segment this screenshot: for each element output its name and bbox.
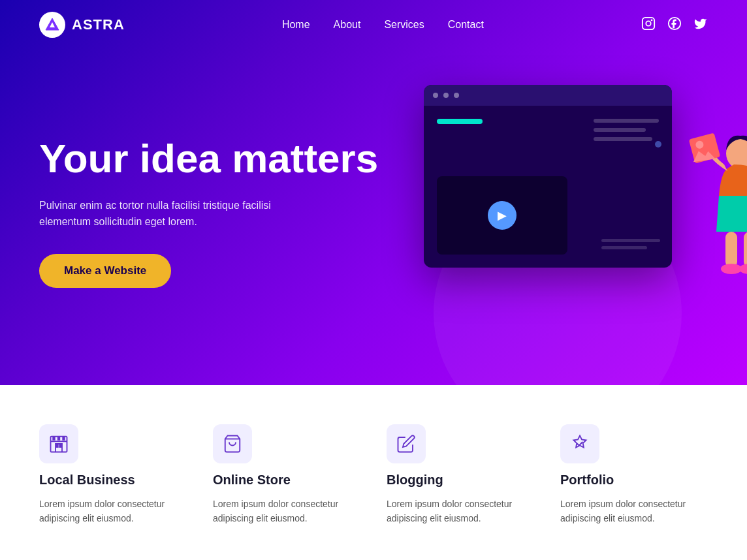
hero-description: Pulvinar enim ac tortor nulla facilisi t…: [39, 197, 300, 230]
hero-title: Your idea matters: [39, 136, 378, 181]
local-business-desc: Lorem ipsum dolor consectetur adipiscing…: [39, 497, 187, 526]
browser-dot-3: [454, 93, 459, 98]
social-icons: [641, 16, 708, 34]
blogging-icon-wrapper: [387, 424, 426, 463]
nav-contact[interactable]: Contact: [448, 19, 484, 31]
svg-point-10: [739, 264, 747, 274]
portfolio-title: Portfolio: [560, 473, 708, 488]
logo[interactable]: ASTRA: [39, 12, 125, 38]
nav-about[interactable]: About: [334, 19, 361, 31]
edit-icon: [396, 434, 416, 454]
local-business-title: Local Business: [39, 473, 187, 488]
building-icon: [49, 434, 69, 454]
svg-point-9: [721, 264, 742, 274]
nav-home[interactable]: Home: [282, 19, 310, 31]
logo-icon: [39, 12, 65, 38]
site-header: ASTRA Home About Services Contact: [0, 0, 747, 50]
service-card-online-store: Online Store Lorem ipsum dolor consectet…: [213, 424, 360, 526]
twitter-icon[interactable]: [693, 16, 708, 34]
local-business-icon-wrapper: [39, 424, 78, 463]
play-button: ▶: [488, 201, 517, 230]
browser-dot-2: [443, 93, 449, 98]
illustration-characters: </>: [633, 91, 747, 352]
online-store-desc: Lorem ipsum dolor consectetur adipiscing…: [213, 497, 360, 526]
svg-rect-21: [63, 437, 65, 440]
svg-rect-19: [53, 437, 55, 440]
service-card-portfolio: Portfolio Lorem ipsum dolor consectetur …: [560, 424, 708, 526]
svg-rect-17: [56, 444, 58, 447]
portfolio-desc: Lorem ipsum dolor consectetur adipiscing…: [560, 497, 708, 526]
service-card-blogging: Blogging Lorem ipsum dolor consectetur a…: [387, 424, 534, 526]
browser-video-area: ▶: [437, 176, 567, 255]
online-store-title: Online Store: [213, 473, 360, 488]
main-nav: Home About Services Contact: [282, 19, 484, 31]
svg-rect-20: [58, 437, 60, 440]
blogging-title: Blogging: [387, 473, 534, 488]
hero-section: ASTRA Home About Services Contact: [0, 0, 747, 385]
browser-accent: [437, 119, 483, 124]
services-section: Local Business Lorem ipsum dolor consect…: [0, 385, 747, 559]
nav-services[interactable]: Services: [384, 19, 424, 31]
svg-rect-7: [725, 232, 737, 268]
browser-dot-1: [433, 93, 438, 98]
instagram-icon[interactable]: [641, 16, 656, 34]
brand-name: ASTRA: [72, 16, 125, 33]
check-badge-icon: [570, 434, 590, 454]
svg-point-2: [651, 19, 653, 21]
hero-content: Your idea matters Pulvinar enim ac torto…: [39, 97, 378, 287]
portfolio-icon-wrapper: [560, 424, 599, 463]
blogging-desc: Lorem ipsum dolor consectetur adipiscing…: [387, 497, 534, 526]
svg-point-1: [646, 21, 650, 25]
bag-icon: [223, 434, 242, 454]
facebook-icon[interactable]: [667, 16, 682, 34]
svg-rect-8: [744, 232, 747, 268]
online-store-icon-wrapper: [213, 424, 252, 463]
services-grid: Local Business Lorem ipsum dolor consect…: [39, 424, 708, 526]
service-card-local-business: Local Business Lorem ipsum dolor consect…: [39, 424, 187, 526]
svg-rect-18: [59, 444, 61, 447]
svg-rect-0: [643, 17, 654, 29]
hero-cta-button[interactable]: Make a Website: [39, 254, 171, 288]
